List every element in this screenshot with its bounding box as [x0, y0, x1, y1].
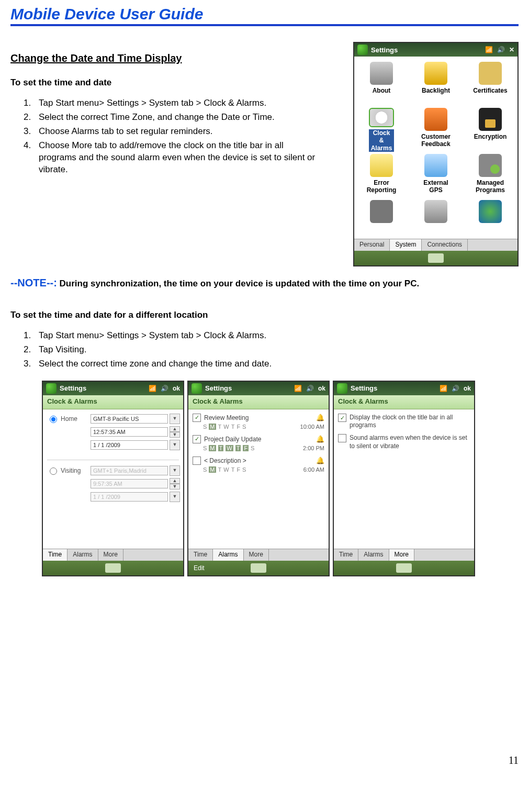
volume-icon[interactable]: 🔊: [306, 385, 314, 392]
bell-icon[interactable]: 🔔: [316, 414, 324, 421]
tab-time[interactable]: Time: [188, 549, 213, 561]
alarm-row[interactable]: ✓Project Daily Update🔔SMTWTFS2:00 PM: [193, 435, 324, 451]
home-radio[interactable]: Home: [47, 414, 89, 423]
tab-system[interactable]: System: [390, 239, 422, 251]
alarm-day[interactable]: S: [203, 445, 207, 451]
settings-item[interactable]: [354, 198, 409, 233]
alarm-time[interactable]: 10:00 AM: [300, 424, 324, 430]
alarm-name[interactable]: Project Daily Update: [204, 436, 261, 443]
settings-item[interactable]: About: [354, 60, 409, 106]
volume-icon[interactable]: 🔊: [452, 385, 459, 392]
dropdown-icon[interactable]: ▼: [170, 414, 180, 424]
alarm-day[interactable]: S: [203, 424, 207, 430]
alarm-day[interactable]: T: [218, 445, 224, 451]
alarm-day[interactable]: F: [237, 424, 240, 430]
alarm-day[interactable]: S: [242, 424, 246, 430]
settings-item[interactable]: Certificates: [463, 60, 517, 106]
start-icon[interactable]: [357, 45, 368, 55]
volume-icon[interactable]: 🔊: [161, 385, 168, 392]
settings-item[interactable]: CustomerFeedback: [409, 106, 463, 152]
alarm-day[interactable]: M: [209, 424, 216, 430]
alarm-day[interactable]: T: [231, 466, 235, 473]
alarm-checkbox[interactable]: [193, 457, 201, 465]
alarm-row[interactable]: < Description >🔔SMTWTFS6:00 AM: [193, 457, 324, 473]
keyboard-icon[interactable]: [396, 563, 412, 573]
alarm-row[interactable]: ✓Review Meeting🔔SMTWTFS10:00 AM: [193, 414, 324, 430]
alarm-time[interactable]: 6:00 AM: [303, 466, 324, 473]
start-icon[interactable]: [46, 383, 57, 394]
dropdown-icon[interactable]: ▼: [170, 492, 180, 502]
alarm-day[interactable]: S: [251, 445, 254, 451]
bell-icon[interactable]: 🔔: [316, 457, 324, 464]
spin-up-icon[interactable]: ▲: [170, 478, 180, 484]
option-checkbox[interactable]: [338, 434, 346, 442]
settings-item-icon: [424, 200, 447, 223]
bell-icon[interactable]: 🔔: [316, 435, 324, 443]
settings-item[interactable]: [409, 198, 463, 233]
visiting-radio[interactable]: Visiting: [47, 466, 89, 475]
dropdown-icon[interactable]: ▼: [170, 440, 180, 450]
ok-button[interactable]: ok: [464, 385, 471, 392]
visiting-tz-field[interactable]: GMT+1 Paris,Madrid: [91, 466, 168, 475]
alarm-day[interactable]: T: [231, 424, 235, 430]
alarm-name[interactable]: < Description >: [204, 457, 246, 464]
dropdown-icon[interactable]: ▼: [170, 465, 180, 476]
tab-personal[interactable]: Personal: [354, 239, 390, 251]
volume-icon[interactable]: 🔊: [497, 46, 505, 53]
settings-item[interactable]: Backlight: [409, 60, 463, 106]
keyboard-icon[interactable]: [105, 563, 121, 573]
alarm-checkbox[interactable]: ✓: [193, 435, 201, 443]
alarm-time[interactable]: 2:00 PM: [303, 445, 324, 451]
titlebar-text: Settings: [205, 384, 232, 392]
option-checkbox[interactable]: ✓: [338, 414, 346, 422]
start-icon[interactable]: [192, 383, 202, 394]
alarm-name[interactable]: Review Meeting: [204, 414, 249, 421]
tab-time[interactable]: Time: [43, 549, 67, 561]
settings-item[interactable]: ErrorReporting: [354, 152, 409, 198]
alarm-day[interactable]: M: [209, 445, 216, 451]
alarm-day[interactable]: W: [223, 466, 229, 473]
ok-button[interactable]: ok: [173, 385, 180, 392]
alarm-day[interactable]: W: [226, 445, 233, 451]
home-tz-field[interactable]: GMT-8 Pacific US: [91, 414, 168, 424]
spin-down-icon[interactable]: ▼: [170, 432, 180, 438]
ok-button[interactable]: ok: [318, 385, 325, 392]
more-option[interactable]: Sound alarms even when the device is set…: [338, 434, 470, 450]
tab-more[interactable]: More: [98, 549, 123, 561]
tab-more[interactable]: More: [389, 549, 414, 561]
keyboard-icon[interactable]: [428, 253, 444, 263]
option-text: Display the clock on the title bar in al…: [350, 414, 470, 430]
alarm-day[interactable]: T: [218, 466, 222, 473]
spin-down-icon[interactable]: ▼: [170, 484, 180, 490]
alarm-day[interactable]: F: [243, 445, 249, 451]
settings-item[interactable]: ExternalGPS: [409, 152, 463, 198]
alarm-day[interactable]: W: [223, 424, 229, 430]
close-button[interactable]: ✕: [509, 46, 514, 53]
tab-alarms[interactable]: Alarms: [67, 549, 98, 561]
visiting-date-field[interactable]: 1 / 1 /2009: [91, 492, 168, 502]
alarm-day[interactable]: M: [209, 466, 216, 473]
tab-alarms[interactable]: Alarms: [358, 549, 389, 561]
home-time-field[interactable]: 12:57:35 AM: [91, 427, 168, 437]
keyboard-icon[interactable]: [251, 563, 266, 573]
settings-item[interactable]: Clock&Alarms: [354, 106, 409, 152]
settings-item[interactable]: ManagedPrograms: [463, 152, 517, 198]
more-option[interactable]: ✓Display the clock on the title bar in a…: [338, 414, 470, 430]
spin-up-icon[interactable]: ▲: [170, 426, 180, 432]
home-date-field[interactable]: 1 / 1 /2009: [91, 440, 168, 450]
alarm-day[interactable]: S: [203, 466, 207, 473]
tab-more[interactable]: More: [244, 549, 269, 561]
alarm-day[interactable]: S: [242, 466, 246, 473]
alarm-day[interactable]: T: [235, 445, 241, 451]
alarm-day[interactable]: F: [237, 466, 240, 473]
start-icon[interactable]: [337, 383, 347, 394]
tab-connections[interactable]: Connections: [422, 239, 468, 251]
settings-item[interactable]: [463, 198, 517, 233]
tab-alarms[interactable]: Alarms: [213, 549, 243, 561]
visiting-time-field[interactable]: 9:57:35 AM: [91, 479, 168, 488]
tab-time[interactable]: Time: [334, 549, 358, 561]
alarm-day[interactable]: T: [218, 424, 222, 430]
settings-item[interactable]: Encryption: [463, 106, 517, 152]
softkey-edit[interactable]: Edit: [194, 564, 205, 572]
alarm-checkbox[interactable]: ✓: [193, 414, 201, 422]
